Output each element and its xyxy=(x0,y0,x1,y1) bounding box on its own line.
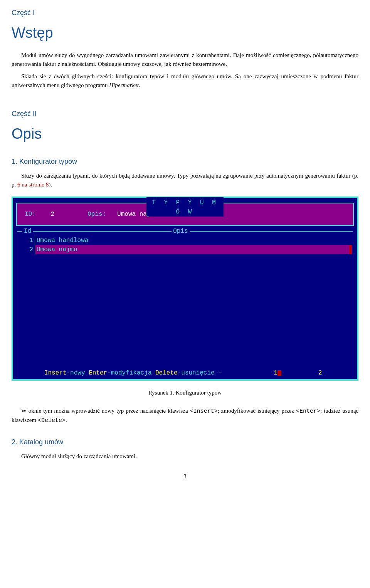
intro-paragraph-1: Moduł umów służy do wygodnego zarządzani… xyxy=(12,51,358,68)
part-2-label: Część II xyxy=(12,109,358,119)
section-1-paragraph: Służy do zarządzania typami, do których … xyxy=(12,171,358,189)
section-1-heading: 1. Konfigurator typów xyxy=(12,156,358,167)
figure-caption: Rysunek 1. Konfigurator typów xyxy=(12,388,358,397)
intro-paragraph-2: Składa się z dwóch głównych części: konf… xyxy=(12,72,358,89)
terminal-title: T Y P Y U M Ó W xyxy=(146,197,224,217)
link-page-ref[interactable]: 6 na stronie 8 xyxy=(17,181,49,188)
table-row[interactable]: 1 Umowa handlowa xyxy=(18,236,352,245)
terminal-table-header: Id Opis xyxy=(17,227,353,236)
terminal-footer: Insert-nowy Enter-modyfikacja Delete-usu… xyxy=(13,368,357,378)
section-2-heading: 2. Katalog umów xyxy=(12,437,358,447)
after-figure-paragraph: W oknie tym można wprowadzić nowy typ pr… xyxy=(12,407,358,425)
part-1-label: Część I xyxy=(12,8,358,18)
section-2-paragraph: Główny moduł służący do zarządzania umow… xyxy=(12,452,358,461)
part-2-title: Opis xyxy=(12,123,358,145)
cursor-icon xyxy=(278,370,281,376)
table-row[interactable]: 2 Umowa najmu xyxy=(18,245,352,254)
page-number: 3 xyxy=(12,472,358,481)
part-1-title: Wstęp xyxy=(12,22,358,44)
terminal-screenshot: T Y P Y U M Ó W ID: 2 Opis: Umowa najmu … xyxy=(12,197,358,381)
